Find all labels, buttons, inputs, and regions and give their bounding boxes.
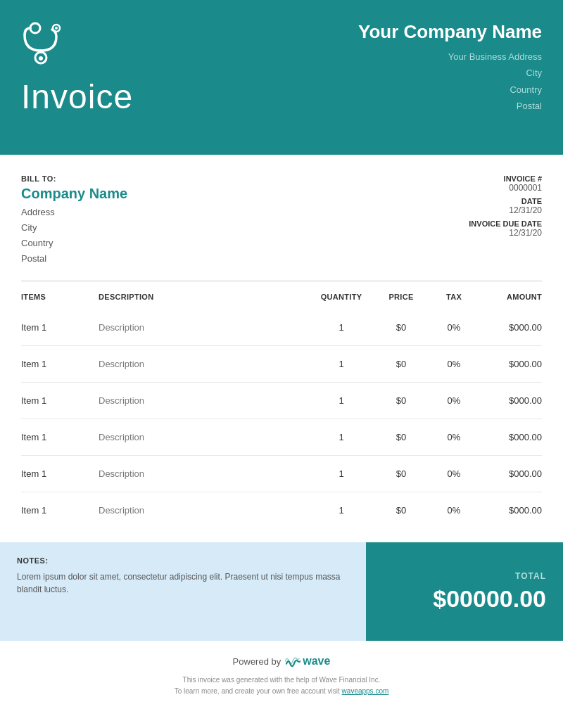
- wave-logo: wave: [285, 655, 330, 668]
- row-amount-4: $000.00: [479, 456, 542, 492]
- bill-section: BILL TO: Company Name Address City Count…: [0, 155, 563, 281]
- waveapps-link[interactable]: waveapps.com: [342, 687, 389, 695]
- bill-company-name: Company Name: [21, 186, 127, 202]
- table-row: Item 1 Description 1 $0 0% $000.00: [21, 419, 542, 456]
- row-item-1: Item 1: [21, 346, 99, 383]
- row-qty-4: 1: [310, 456, 373, 492]
- stethoscope-icon: [21, 21, 70, 70]
- row-qty-3: 1: [310, 419, 373, 456]
- row-price-2: $0: [373, 383, 429, 419]
- footer-section: NOTES: Lorem ipsum dolor sit amet, conse…: [0, 542, 563, 641]
- row-amount-1: $000.00: [479, 346, 542, 383]
- row-item-3: Item 1: [21, 419, 99, 456]
- svg-point-2: [55, 27, 58, 30]
- row-price-1: $0: [373, 346, 429, 383]
- col-header-quantity: QUANTITY: [310, 281, 373, 309]
- row-amount-0: $000.00: [479, 309, 542, 346]
- date-value: 12/31/20: [469, 205, 542, 215]
- row-item-5: Item 1: [21, 492, 99, 529]
- total-label: TOTAL: [515, 571, 546, 581]
- header-city: City: [358, 65, 542, 81]
- powered-by-text: Powered by wave: [0, 655, 563, 668]
- row-item-2: Item 1: [21, 383, 99, 419]
- row-desc-1: Description: [99, 346, 310, 383]
- invoice-number-label: INVOICE #: [469, 174, 542, 183]
- row-desc-3: Description: [99, 419, 310, 456]
- row-tax-2: 0%: [429, 383, 479, 419]
- header-left: Invoice: [21, 21, 133, 116]
- col-header-price: PRICE: [373, 281, 429, 309]
- total-area: TOTAL $00000.00: [366, 542, 563, 641]
- row-qty-1: 1: [310, 346, 373, 383]
- wave-brand-name: wave: [303, 655, 330, 668]
- table-row: Item 1 Description 1 $0 0% $000.00: [21, 383, 542, 419]
- items-table-wrapper: ITEMS DESCRIPTION QUANTITY PRICE TAX AMO…: [0, 281, 563, 528]
- bill-address: Address: [21, 205, 127, 220]
- header-country: Country: [358, 82, 542, 98]
- svg-point-0: [30, 23, 40, 33]
- table-body: Item 1 Description 1 $0 0% $000.00 Item …: [21, 309, 542, 528]
- bill-country: Country: [21, 236, 127, 251]
- row-qty-0: 1: [310, 309, 373, 346]
- table-header: ITEMS DESCRIPTION QUANTITY PRICE TAX AMO…: [21, 281, 542, 309]
- header-postal: Postal: [358, 98, 542, 114]
- row-tax-1: 0%: [429, 346, 479, 383]
- powered-by-section: Powered by wave This invoice was generat…: [0, 641, 563, 704]
- invoice-number-group: INVOICE # 0000001: [469, 174, 542, 193]
- notes-label: NOTES:: [17, 556, 349, 565]
- disclaimer-line1: This invoice was generated with the help…: [0, 675, 563, 686]
- due-date-label: INVOICE DUE DATE: [469, 219, 542, 228]
- header-right: Your Company Name Your Business Address …: [358, 21, 542, 115]
- table-row: Item 1 Description 1 $0 0% $000.00: [21, 346, 542, 383]
- row-price-3: $0: [373, 419, 429, 456]
- notes-text: Lorem ipsum dolor sit amet, consectetur …: [17, 570, 349, 596]
- row-qty-2: 1: [310, 383, 373, 419]
- row-tax-3: 0%: [429, 419, 479, 456]
- wave-logo-icon: [285, 655, 301, 668]
- row-tax-0: 0%: [429, 309, 479, 346]
- powered-by-label: Powered by: [233, 656, 282, 667]
- row-price-5: $0: [373, 492, 429, 529]
- bill-postal: Postal: [21, 251, 127, 267]
- col-header-amount: AMOUNT: [479, 281, 542, 309]
- items-table: ITEMS DESCRIPTION QUANTITY PRICE TAX AMO…: [21, 281, 542, 528]
- svg-point-4: [39, 56, 43, 60]
- bill-to-section: BILL TO: Company Name Address City Count…: [21, 174, 127, 267]
- table-row: Item 1 Description 1 $0 0% $000.00: [21, 309, 542, 346]
- row-price-4: $0: [373, 456, 429, 492]
- table-header-row: ITEMS DESCRIPTION QUANTITY PRICE TAX AMO…: [21, 281, 542, 309]
- col-header-tax: TAX: [429, 281, 479, 309]
- invoice-date-group: DATE 12/31/20: [469, 197, 542, 215]
- date-label: DATE: [469, 197, 542, 205]
- row-item-0: Item 1: [21, 309, 99, 346]
- col-header-items: ITEMS: [21, 281, 99, 309]
- header-business-address: Your Business Address: [358, 49, 542, 65]
- row-desc-5: Description: [99, 492, 310, 529]
- header-company-name: Your Company Name: [358, 21, 542, 43]
- table-row: Item 1 Description 1 $0 0% $000.00: [21, 492, 542, 529]
- row-item-4: Item 1: [21, 456, 99, 492]
- row-amount-5: $000.00: [479, 492, 542, 529]
- row-desc-4: Description: [99, 456, 310, 492]
- table-row: Item 1 Description 1 $0 0% $000.00: [21, 456, 542, 492]
- footer-disclaimer: This invoice was generated with the help…: [0, 675, 563, 697]
- disclaimer-line2: To learn more, and create your own free …: [0, 686, 563, 697]
- col-header-description: DESCRIPTION: [99, 281, 310, 309]
- notes-area: NOTES: Lorem ipsum dolor sit amet, conse…: [0, 542, 366, 641]
- row-desc-2: Description: [99, 383, 310, 419]
- row-tax-4: 0%: [429, 456, 479, 492]
- total-amount: $00000.00: [433, 585, 546, 613]
- row-tax-5: 0%: [429, 492, 479, 529]
- invoice-number-value: 0000001: [469, 183, 542, 193]
- invoice-header: Invoice Your Company Name Your Business …: [0, 0, 563, 155]
- row-amount-3: $000.00: [479, 419, 542, 456]
- row-amount-2: $000.00: [479, 383, 542, 419]
- due-date-value: 12/31/20: [469, 228, 542, 238]
- bill-city: City: [21, 220, 127, 236]
- invoice-title: Invoice: [21, 77, 133, 116]
- row-qty-5: 1: [310, 492, 373, 529]
- invoice-due-date-group: INVOICE DUE DATE 12/31/20: [469, 219, 542, 238]
- invoice-meta-section: INVOICE # 0000001 DATE 12/31/20 INVOICE …: [469, 174, 542, 267]
- invoice-page: Invoice Your Company Name Your Business …: [0, 0, 563, 728]
- bill-to-label: BILL TO:: [21, 174, 127, 183]
